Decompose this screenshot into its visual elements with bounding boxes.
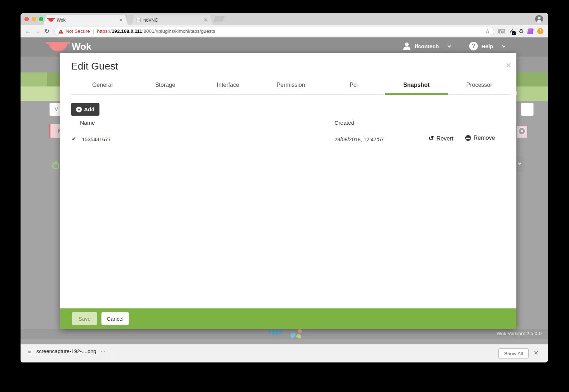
revert-label: Revert [436, 135, 453, 142]
recycle-extension-icon[interactable]: ♻ [519, 28, 524, 34]
tab-storage[interactable]: Storage [134, 82, 196, 95]
column-header-created: Created [334, 120, 354, 126]
wok-footer-bar: Wok Version: 2.5.0-0 [21, 329, 548, 339]
download-item[interactable]: screencapture-192-....png ⋯ [27, 348, 106, 354]
user-icon-head [405, 43, 409, 46]
browser-tab-wok[interactable]: Wok ✕ [43, 15, 128, 25]
save-button[interactable]: Save [72, 312, 97, 325]
avatar-shoulders [537, 20, 542, 23]
remove-button[interactable]: Remove [465, 135, 495, 141]
help-icon: ? [469, 42, 478, 50]
download-bar: screencapture-192-....png ⋯ Show All ✕ [21, 344, 548, 362]
help-menu[interactable]: ? Help [469, 42, 504, 50]
browser-toolbar: ← → ↻ ! Not Secure | https://192.168.0.1… [21, 25, 548, 37]
page-favicon-icon [137, 18, 141, 22]
footer-drops-graphic [268, 330, 282, 335]
help-label: Help [481, 43, 493, 49]
wok-logo: Wok [49, 41, 91, 52]
footer-petal-logo [290, 329, 302, 339]
download-bar-close-icon[interactable]: ✕ [534, 349, 538, 356]
url-path: :8001/#plugins/kimchi/tabs/guests [142, 28, 215, 34]
table-header-divider [71, 130, 506, 130]
snapshot-created: 28/08/2018, 12:47:57 [334, 137, 384, 142]
cancel-button[interactable]: Cancel [101, 312, 129, 325]
current-snapshot-check-icon: ✔ [72, 136, 76, 142]
tab-title: noVNC [143, 18, 200, 23]
url-text: https://192.168.0.111:8001/#plugins/kimc… [97, 28, 482, 34]
show-all-button[interactable]: Show All [498, 348, 529, 358]
download-filename: screencapture-192-....png [36, 348, 96, 354]
eyedropper-dot [513, 33, 514, 34]
guest-tabs-bar-left [21, 72, 60, 86]
close-window-button[interactable] [25, 17, 29, 21]
address-bar[interactable]: ! Not Secure | https://192.168.0.111:800… [54, 27, 494, 36]
chevron-down-icon [502, 44, 505, 48]
add-snapshot-button[interactable]: + Add [71, 103, 99, 116]
browser-tab-novnc[interactable]: noVNC ✕ [132, 15, 213, 25]
brand-title: Wok [72, 41, 91, 52]
wok-bowl-icon [49, 43, 67, 51]
user-menu[interactable]: ifcontech [403, 42, 450, 50]
drop-shape [272, 330, 275, 335]
modal-footer: Save Cancel [60, 308, 516, 329]
drop-shape [276, 330, 278, 335]
forward-button[interactable]: → [33, 28, 42, 35]
window-controls [25, 17, 43, 21]
alert-extension-icon[interactable]: ! [537, 28, 543, 34]
clear-filter-icon[interactable]: ✕ [518, 127, 526, 135]
tab-pci[interactable]: Pci [322, 82, 385, 95]
extension-icons: ♻ ! [498, 28, 543, 34]
tab-close-icon[interactable]: ✕ [119, 17, 123, 23]
footer-substrip [21, 339, 548, 344]
tab-processor[interactable]: Processor [448, 82, 511, 95]
snapshot-table-row[interactable]: ✔ 1535431677 28/08/2018, 12:47:57 ↺ Reve… [60, 133, 516, 146]
modal-title: Edit Guest [71, 61, 118, 72]
back-button[interactable]: ← [23, 28, 33, 35]
zoom-window-button[interactable] [39, 17, 43, 21]
username-label: ifcontech [415, 43, 439, 49]
new-tab-button[interactable] [213, 16, 225, 22]
guest-tabs-bar-right [514, 72, 548, 86]
browser-window: Wok ✕ noVNC ✕ ← → ↻ ! Not Secure | [21, 13, 548, 362]
snapshot-name: 1535431677 [82, 137, 111, 142]
tab-snapshot[interactable]: Snapshot [385, 82, 448, 95]
eyedropper-extension-icon[interactable] [509, 28, 515, 34]
tab-interface[interactable]: Interface [197, 82, 259, 95]
browser-tab-strip: Wok ✕ noVNC ✕ [21, 13, 548, 25]
bookmark-star-icon[interactable]: ☆ [485, 28, 490, 35]
address-divider: | [93, 28, 94, 34]
power-icon [52, 162, 59, 169]
purple-extension-icon[interactable] [527, 28, 534, 34]
avatar-head [538, 17, 541, 19]
wok-version-label: Wok Version: 2.5.0-0 [497, 331, 542, 336]
add-button-label: Add [84, 106, 94, 112]
remove-icon [465, 135, 471, 141]
screenshot-stage: Wok ✕ noVNC ✕ ← → ↻ ! Not Secure | [0, 0, 569, 392]
tab-general[interactable]: General [71, 82, 134, 95]
revert-button[interactable]: ↺ Revert [428, 135, 453, 143]
tab-permission[interactable]: Permission [259, 82, 322, 95]
chevron-down-icon [518, 161, 521, 165]
image-file-icon [27, 348, 32, 354]
remove-label: Remove [474, 135, 495, 141]
petal-green [296, 333, 302, 339]
profile-avatar-icon[interactable] [535, 15, 543, 23]
url-protocol: https [97, 28, 107, 34]
url-separator: :// [107, 28, 111, 34]
petal-blue [289, 331, 297, 338]
edit-guest-modal: Edit Guest ✕ General Storage Interface P… [60, 53, 516, 329]
reload-button[interactable]: ↻ [42, 27, 52, 35]
tab-close-icon[interactable]: ✕ [204, 17, 208, 23]
minimize-window-button[interactable] [32, 17, 36, 21]
drop-shape [279, 330, 282, 334]
wok-page: Wok ifcontech ? Help [21, 37, 548, 344]
wok-favicon-icon [48, 18, 54, 22]
guest-subbar-right: t [514, 86, 548, 101]
filter-input-fragment-right[interactable] [521, 103, 534, 116]
download-menu-icon[interactable]: ⋯ [101, 348, 106, 354]
guest-subbar-left [21, 86, 60, 101]
modal-close-icon[interactable]: ✕ [506, 61, 511, 70]
revert-icon: ↺ [428, 134, 434, 142]
screenshot-extension-icon[interactable] [498, 29, 505, 34]
not-secure-label: Not Secure [66, 28, 90, 34]
